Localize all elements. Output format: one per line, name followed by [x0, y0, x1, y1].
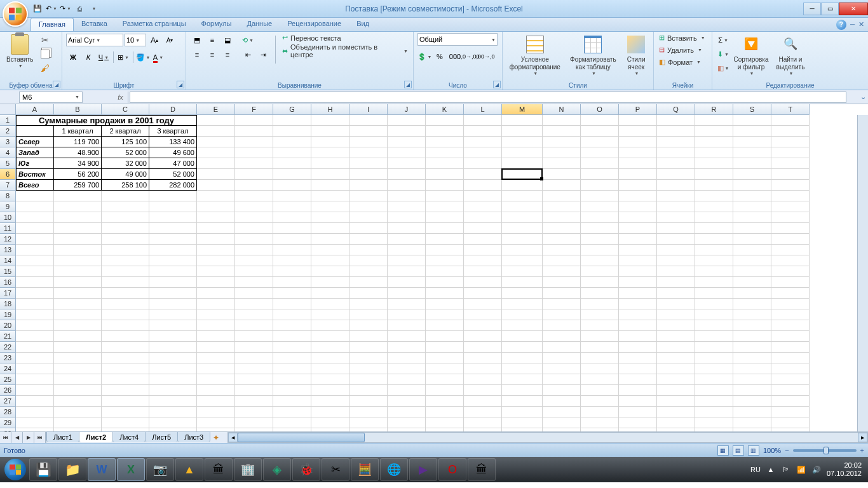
cell[interactable] [388, 266, 426, 277]
cell[interactable]: Всего [16, 180, 54, 191]
qat-save-button[interactable]: 💾 [32, 3, 43, 15]
cell[interactable] [733, 137, 771, 147]
cell[interactable] [388, 191, 426, 201]
zoom-slider[interactable] [793, 449, 857, 452]
cell[interactable] [619, 309, 657, 320]
ribbon-tab[interactable]: Главная [31, 18, 74, 31]
cell[interactable] [543, 255, 581, 266]
cell[interactable] [197, 353, 235, 363]
cell[interactable] [695, 299, 733, 309]
cell[interactable]: Восток [16, 169, 54, 180]
copy-button[interactable] [38, 47, 52, 61]
cell[interactable] [657, 126, 695, 137]
cell[interactable] [771, 147, 810, 158]
cell[interactable] [543, 245, 581, 255]
cell[interactable] [197, 407, 235, 417]
cell[interactable] [149, 191, 197, 201]
cell[interactable] [464, 353, 502, 363]
cell[interactable]: 3 квартал [149, 126, 197, 137]
cell[interactable] [464, 169, 502, 180]
cell[interactable]: 52 000 [149, 169, 197, 180]
cell[interactable] [543, 374, 581, 385]
cell[interactable] [54, 417, 102, 428]
cell[interactable] [619, 245, 657, 255]
cell[interactable] [695, 201, 733, 212]
cell[interactable] [235, 212, 273, 223]
cell[interactable] [543, 147, 581, 158]
cell[interactable] [619, 223, 657, 234]
currency-button[interactable]: 💲▼ [417, 50, 431, 64]
cell[interactable] [349, 169, 388, 180]
cell[interactable] [16, 201, 54, 212]
cell[interactable] [733, 266, 771, 277]
cell[interactable] [388, 169, 426, 180]
cell[interactable] [464, 299, 502, 309]
cell[interactable] [543, 126, 581, 137]
cell[interactable] [311, 385, 349, 396]
cell[interactable] [273, 288, 311, 299]
cell[interactable] [695, 147, 733, 158]
cell[interactable] [388, 309, 426, 320]
cell[interactable] [102, 245, 149, 255]
cell[interactable] [388, 255, 426, 266]
cell[interactable] [543, 320, 581, 331]
cell[interactable] [695, 245, 733, 255]
cell[interactable] [311, 255, 349, 266]
task-app7[interactable]: 🏛 [468, 458, 496, 481]
cell[interactable] [388, 126, 426, 137]
cell[interactable] [657, 277, 695, 288]
cell[interactable]: Юг [16, 158, 54, 169]
cell[interactable] [349, 180, 388, 191]
cell[interactable] [16, 363, 54, 374]
cell[interactable] [464, 342, 502, 353]
cell[interactable] [543, 385, 581, 396]
cell[interactable] [695, 363, 733, 374]
grow-font-button[interactable]: A▴ [147, 33, 161, 47]
cell[interactable] [771, 353, 810, 363]
cell[interactable] [426, 169, 464, 180]
ribbon-tab[interactable]: Формулы [194, 18, 240, 31]
row-header[interactable]: 17 [0, 288, 16, 299]
font-size-combo[interactable]: 10▼ [125, 34, 146, 46]
cell[interactable] [657, 342, 695, 353]
row-header[interactable]: 11 [0, 223, 16, 234]
cell[interactable] [16, 126, 54, 137]
cell[interactable] [426, 201, 464, 212]
cell[interactable] [388, 277, 426, 288]
cell[interactable] [349, 255, 388, 266]
cell[interactable] [349, 266, 388, 277]
cell[interactable] [695, 255, 733, 266]
cell[interactable] [54, 201, 102, 212]
cell[interactable] [54, 234, 102, 245]
cell[interactable] [349, 299, 388, 309]
column-header[interactable]: G [273, 104, 311, 115]
cell[interactable] [349, 363, 388, 374]
cell[interactable] [619, 126, 657, 137]
cell[interactable] [464, 126, 502, 137]
cell[interactable] [102, 212, 149, 223]
zoom-value[interactable]: 100% [763, 447, 781, 454]
border-button[interactable]: ⊞▼ [116, 50, 130, 64]
task-excel[interactable]: X [117, 458, 145, 481]
cut-button[interactable]: ✂ [38, 33, 52, 47]
cell[interactable] [581, 158, 619, 169]
cell[interactable] [657, 417, 695, 428]
cell[interactable] [695, 396, 733, 407]
cell[interactable] [657, 201, 695, 212]
cell[interactable] [771, 212, 810, 223]
cell[interactable] [733, 385, 771, 396]
cell[interactable] [695, 115, 733, 126]
task-save[interactable]: 💾 [29, 458, 57, 481]
cell[interactable] [149, 407, 197, 417]
cell[interactable] [771, 309, 810, 320]
cell[interactable]: 49 600 [149, 147, 197, 158]
cell[interactable] [102, 363, 149, 374]
cell[interactable] [502, 407, 543, 417]
cell[interactable] [102, 385, 149, 396]
cell[interactable] [102, 277, 149, 288]
cell[interactable] [197, 169, 235, 180]
cell[interactable] [102, 417, 149, 428]
spreadsheet-grid[interactable]: ABCDEFGHIJKLMNOPQRST 1234567891011121314… [0, 104, 868, 431]
cell[interactable]: 34 900 [54, 158, 102, 169]
cell[interactable] [502, 158, 543, 169]
